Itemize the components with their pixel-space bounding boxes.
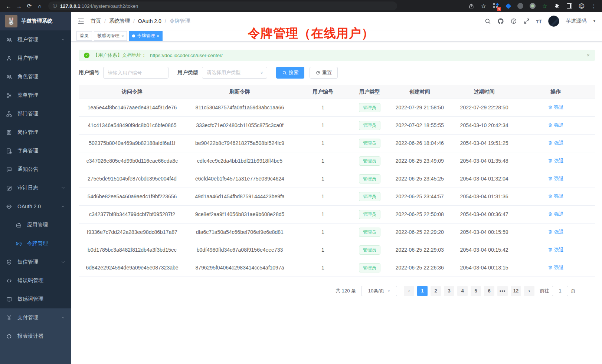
browser-back-button[interactable]: ← [4, 2, 13, 10]
breadcrumb-home[interactable]: 首页 [91, 18, 101, 24]
sidebar-item-menu[interactable]: 菜单管理 [0, 86, 71, 105]
sidebar-item-sensitive-words[interactable]: 敏感词管理 [0, 290, 71, 308]
force-logout-button[interactable]: 强退 [548, 246, 564, 253]
create-time-cell: 2022-06-26 18:04:46 [387, 134, 452, 152]
sidebar-item-oauth[interactable]: OAuth 2.0 [0, 197, 71, 216]
share-icon[interactable] [468, 2, 475, 10]
user-avatar[interactable] [548, 16, 559, 27]
tag-token-active[interactable]: 令牌管理 × [129, 31, 162, 41]
close-icon[interactable]: × [121, 34, 124, 38]
caret-down-icon[interactable]: ▼ [593, 19, 596, 23]
browser-home-button[interactable]: ⌂ [36, 2, 44, 10]
sidebar-item-error-code[interactable]: 错误码管理 [0, 271, 71, 290]
chevron-down-icon: ∨ [387, 289, 390, 293]
user-id-input[interactable] [103, 67, 169, 79]
sidebar-item-role[interactable]: 角色管理 [0, 67, 71, 86]
gem-extension-icon[interactable] [504, 2, 512, 10]
force-logout-button[interactable]: 强退 [548, 140, 564, 146]
browser-forward-button[interactable]: → [15, 2, 23, 10]
sidebar-item-dict[interactable]: 字典管理 [0, 142, 71, 160]
user-type-label: 用户类型 [177, 69, 198, 76]
user-id-label: 用户编号 [79, 69, 99, 76]
force-logout-button[interactable]: 强退 [548, 158, 564, 164]
sidebar-item-notice[interactable]: 通知公告 [0, 160, 71, 179]
more-pages-button[interactable]: ••• [497, 286, 508, 296]
search-icon[interactable] [484, 18, 491, 24]
doc-link[interactable]: https://doc.iocoder.cn/user-center/ [150, 53, 223, 58]
search-button[interactable]: 搜索 [276, 67, 304, 79]
action-cell: 强退 [517, 170, 595, 188]
refresh-token-cell: e6cfd40eb1f54571a31e775e039c4624 [186, 170, 294, 188]
force-logout-button[interactable]: 强退 [548, 193, 564, 200]
refresh-token-cell: 49d1aa46d1454fbd87591444423be9fa [186, 188, 294, 205]
side-panel-icon[interactable] [566, 2, 573, 10]
page-size-select[interactable]: 10条/页 ∨ [361, 286, 397, 296]
site-info-icon[interactable]: ⓘ [53, 3, 57, 9]
bookmark-star-icon[interactable]: ☆ [480, 2, 487, 10]
force-logout-button[interactable]: 强退 [548, 122, 564, 129]
sidebar-item-oauth-app[interactable]: 应用管理 [0, 216, 71, 234]
recorder-extension-icon[interactable] [529, 2, 536, 10]
browser-reload-button[interactable]: ⟳ [25, 2, 33, 10]
user-id-cell: 1 [294, 152, 352, 170]
error-code-icon [6, 278, 12, 284]
tag-home[interactable]: 首页 [76, 31, 92, 41]
breadcrumb-current: 令牌管理 [170, 18, 190, 24]
puzzle-extensions-icon[interactable] [553, 2, 561, 10]
page-button-5[interactable]: 5 [471, 286, 481, 296]
github-icon[interactable] [497, 18, 504, 24]
force-logout-button[interactable]: 强退 [548, 211, 564, 218]
gray-extension-icon[interactable] [517, 2, 524, 10]
prev-page-button[interactable]: ‹ [404, 286, 414, 296]
force-logout-button[interactable]: 强退 [548, 175, 564, 182]
browser-menu-icon[interactable]: ⋮ [590, 2, 598, 10]
address-bar[interactable]: ⓘ 127.0.0.1:1024/system/oauth2/token [48, 1, 397, 10]
profile-avatar-icon[interactable]: 😄 [578, 2, 585, 10]
close-icon[interactable]: × [157, 34, 159, 38]
sidebar-item-report-designer[interactable]: 报表设计器 [0, 327, 71, 345]
font-size-icon[interactable]: TT [536, 18, 542, 24]
alert-close-icon[interactable]: × [587, 52, 590, 58]
force-logout-button[interactable]: 强退 [548, 264, 564, 271]
action-cell: 强退 [517, 116, 595, 134]
user-type-select[interactable]: 请选择用户类型 ∨ [202, 67, 267, 79]
sidebar-item-dept[interactable]: 部门管理 [0, 105, 71, 123]
breadcrumb-oauth[interactable]: OAuth 2.0 [138, 18, 161, 24]
audit-log-icon [6, 185, 12, 191]
help-icon[interactable] [510, 18, 517, 24]
fullscreen-icon[interactable] [523, 18, 530, 24]
app-logo[interactable]: 🐰 芋道管理系统 [0, 12, 71, 30]
tag-sensitive-words[interactable]: 敏感词管理 × [94, 31, 127, 41]
col-access-token: 访问令牌 [79, 85, 186, 99]
extension-blocks-icon[interactable]: 9 [492, 2, 500, 10]
collapse-sidebar-icon[interactable] [77, 17, 85, 25]
sidebar-item-tenant[interactable]: 租户管理 [0, 30, 71, 49]
sidebar-item-payment[interactable]: 支付管理 [0, 308, 71, 327]
sidebar-item-post[interactable]: 岗位管理 [0, 123, 71, 142]
force-logout-button[interactable]: 强退 [548, 229, 564, 235]
username[interactable]: 芋道源码 [566, 18, 586, 24]
page-button-4[interactable]: 4 [457, 286, 468, 296]
page-button-2[interactable]: 2 [431, 286, 441, 296]
breadcrumb-system[interactable]: 系统管理 [109, 18, 130, 24]
sidebar-item-user[interactable]: 用户管理 [0, 49, 71, 67]
table-row: 6d842e2924594de9a09e45e087323abe 8796295… [79, 259, 595, 277]
page-button-1[interactable]: 1 [417, 286, 428, 296]
sidebar-item-oauth-token[interactable]: 令牌管理 [0, 234, 71, 253]
refresh-icon [315, 70, 320, 75]
page-button-6[interactable]: 6 [484, 286, 494, 296]
expire-time-cell: 2054-03-04 00:15:59 [452, 223, 517, 241]
goto-page-input[interactable] [552, 286, 568, 296]
access-token-cell: 6d842e2924594de9a09e45e087323abe [79, 259, 186, 277]
green-star-extension-icon[interactable]: ☆ [541, 2, 549, 10]
sidebar-item-sms[interactable]: 短信管理 [0, 253, 71, 271]
sidebar-item-audit-log[interactable]: 审计日志 [0, 179, 71, 197]
create-time-cell: 2022-06-25 22:50:08 [387, 205, 452, 223]
reset-button[interactable]: 重置 [310, 67, 338, 79]
force-logout-button[interactable]: 强退 [548, 104, 564, 111]
next-page-button[interactable]: › [524, 286, 534, 296]
user-id-cell: 1 [294, 188, 352, 205]
page-button-3[interactable]: 3 [444, 286, 454, 296]
user-id-cell: 1 [294, 170, 352, 188]
page-button-last[interactable]: 12 [511, 286, 521, 296]
